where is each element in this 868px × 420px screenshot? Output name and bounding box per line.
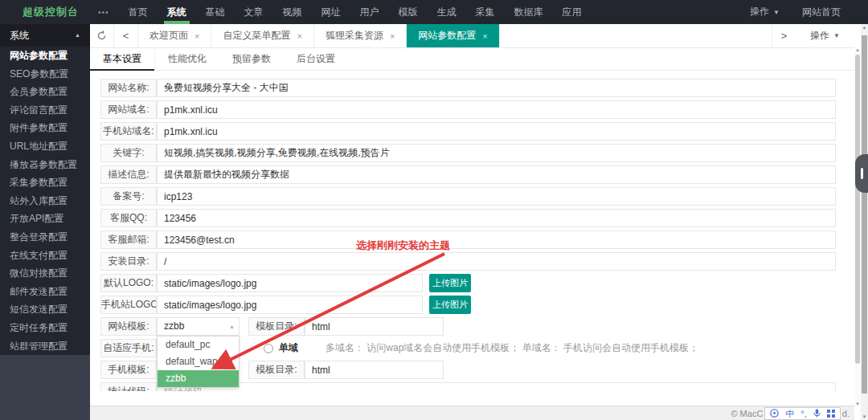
sidebar-item-wechat-config[interactable]: 微信对接配置 [0, 264, 90, 283]
scroll-down-icon[interactable]: ▼ [854, 402, 861, 406]
top-menu-item-home[interactable]: 首页 [119, 0, 158, 24]
chevron-down-icon: ▼ [833, 32, 840, 39]
tab-basic-settings[interactable]: 基本设置 [90, 48, 155, 70]
sidebar-item-external-store[interactable]: 站外入库配置 [0, 192, 90, 210]
sidebar-item-comment-config[interactable]: 评论留言配置 [0, 101, 90, 120]
scroll-down-icon[interactable]: ▼ [861, 414, 868, 419]
qq-input[interactable] [157, 209, 836, 227]
scroll-up-icon[interactable]: ▲ [861, 25, 868, 30]
topbar-action-label: 操作 [750, 6, 769, 17]
top-menu-item-video[interactable]: 视频 [273, 0, 312, 24]
tab-site-params[interactable]: 网站参数配置× [407, 24, 499, 47]
email-input[interactable] [157, 230, 836, 249]
tab-welcome-page[interactable]: 欢迎页面× [138, 24, 211, 47]
topbar: 超级控制台 ••• 首页 系统 基础 文章 视频 网址 用户 模版 生成 采集 … [0, 0, 868, 24]
form-row-site-template: 网站模板: zzbb ▲ 模板目录: [100, 317, 836, 336]
tab-reserved-params[interactable]: 预留参数 [219, 48, 284, 70]
browser-edge-handle[interactable] [855, 154, 868, 193]
icp-input[interactable] [157, 187, 836, 206]
sidebar-item-url-config[interactable]: URL地址配置 [0, 137, 90, 156]
mobile-logo-label: 手机站LOGO: [100, 296, 157, 314]
sidebar-item-player-config[interactable]: 播放器参数配置 [0, 156, 90, 174]
close-icon[interactable]: × [297, 31, 301, 41]
topbar-site-home-link[interactable]: 网站首页 [791, 0, 852, 24]
tab-label: 欢迎页面 [149, 29, 188, 43]
dropdown-option-zzbb[interactable]: zzbb [158, 370, 239, 387]
refresh-button[interactable] [90, 24, 114, 47]
site-template-select[interactable]: zzbb ▲ [157, 317, 240, 336]
tab-backend-settings[interactable]: 后台设置 [284, 48, 348, 70]
mobile-domain-input[interactable] [157, 122, 836, 141]
sidebar-item-site-params[interactable]: 网站参数配置 [0, 47, 90, 65]
template-dir-input[interactable] [305, 317, 444, 336]
sidebar-item-mail-config[interactable]: 邮件发送配置 [0, 283, 90, 301]
single-domain-radio[interactable] [264, 344, 273, 353]
adaptive-mobile-hint: 多域名： 访问wap域名会自动使用手机模板； 单域名： 手机访问会自动使用手机模… [326, 339, 698, 357]
more-menu-icon[interactable]: ••• [88, 8, 119, 17]
tab-bar: < 欢迎页面× 自定义菜单配置× 狐狸采集资源× 网站参数配置× > 操作▼ [90, 24, 854, 48]
tab-action-dropdown[interactable]: 操作▼ [796, 24, 854, 47]
tab-custom-menu[interactable]: 自定义菜单配置× [211, 24, 313, 47]
form-row-keywords: 关键字: [100, 144, 836, 162]
chinese-mode-icon[interactable]: 中 [785, 408, 794, 419]
upload-image-button[interactable]: 上传图片 [429, 274, 471, 292]
sidebar: 系统 ▲ 网站参数配置 SEO参数配置 会员参数配置 评论留言配置 附件参数配置… [0, 24, 90, 420]
sidebar-item-online-payment[interactable]: 在线支付配置 [0, 247, 90, 265]
top-menu-item-basic[interactable]: 基础 [196, 0, 235, 24]
microphone-icon[interactable] [813, 409, 821, 418]
sidebar-item-integrated-login[interactable]: 整合登录配置 [0, 228, 90, 247]
sidebar-item-sitegroup-config[interactable]: 站群管理配置 [0, 337, 90, 356]
site-name-input[interactable] [157, 79, 836, 97]
sidebar-item-open-api[interactable]: 开放API配置 [0, 210, 90, 228]
browser-scrollbar[interactable]: ▲ ▼ [861, 24, 868, 420]
dropdown-option-default-pc[interactable]: default_pc [158, 336, 239, 353]
sidebar-item-member-params[interactable]: 会员参数配置 [0, 83, 90, 101]
topbar-action-dropdown[interactable]: 操作▼ [739, 0, 791, 25]
app-logo[interactable]: 超级控制台 [0, 5, 88, 19]
footer-bar: © MacC 中 °, d. [90, 406, 854, 420]
keywords-label: 关键字: [100, 144, 157, 162]
install-dir-input[interactable] [157, 252, 836, 271]
top-menu-item-database[interactable]: 数据库 [505, 0, 553, 24]
scroll-tabs-left-button[interactable]: < [114, 24, 138, 47]
single-domain-radio-label: 单域 [279, 341, 298, 355]
dropdown-option-default-wap[interactable]: default_wap [158, 353, 239, 370]
top-menu-item-url[interactable]: 网址 [312, 0, 350, 24]
form-row-mobile-logo: 手机站LOGO: 上传图片 [100, 296, 836, 314]
top-menu-item-app[interactable]: 应用 [553, 0, 592, 24]
description-input[interactable] [157, 165, 836, 184]
content-scrollbar[interactable]: ▲ ▼ [854, 48, 861, 406]
default-logo-input[interactable] [157, 274, 423, 292]
tab-fox-collect[interactable]: 狐狸采集资源× [314, 24, 407, 47]
top-menu-item-system[interactable]: 系统 [158, 0, 196, 24]
close-icon[interactable]: × [390, 31, 395, 41]
stats-code-input[interactable] [157, 382, 836, 391]
mobile-template-dir-input[interactable] [305, 361, 444, 379]
sidebar-section-system[interactable]: 系统 ▲ [0, 24, 90, 47]
upload-image-button[interactable]: 上传图片 [429, 296, 471, 314]
close-icon[interactable]: × [482, 31, 487, 41]
site-domain-input[interactable] [157, 100, 836, 119]
top-menu-item-user[interactable]: 用户 [350, 0, 389, 24]
close-icon[interactable]: × [194, 31, 199, 41]
ime-logo-icon[interactable] [770, 409, 779, 418]
top-menu-item-template[interactable]: 模版 [389, 0, 428, 24]
browser-scrollbar-thumb[interactable] [862, 35, 867, 393]
content-scrollbar-thumb[interactable] [855, 55, 860, 364]
tab-performance[interactable]: 性能优化 [155, 48, 219, 70]
top-menu-item-article[interactable]: 文章 [235, 0, 273, 24]
sidebar-item-cron-config[interactable]: 定时任务配置 [0, 319, 90, 337]
scroll-tabs-right-button[interactable]: > [772, 24, 796, 47]
form-row-site-name: 网站名称: [100, 79, 836, 97]
punctuation-icon[interactable]: °, [800, 408, 806, 419]
keywords-input[interactable] [157, 144, 836, 162]
sidebar-item-seo-params[interactable]: SEO参数配置 [0, 65, 90, 84]
top-menu-item-generate[interactable]: 生成 [428, 0, 466, 24]
sidebar-item-sms-config[interactable]: 短信发送配置 [0, 300, 90, 319]
mobile-logo-input[interactable] [157, 296, 423, 314]
sidebar-item-collect-config[interactable]: 采集参数配置 [0, 173, 90, 192]
sidebar-item-attachment-config[interactable]: 附件参数配置 [0, 119, 90, 137]
top-menu-item-collect[interactable]: 采集 [466, 0, 505, 24]
scroll-up-icon[interactable]: ▲ [854, 47, 861, 52]
grid-icon[interactable] [827, 410, 835, 418]
